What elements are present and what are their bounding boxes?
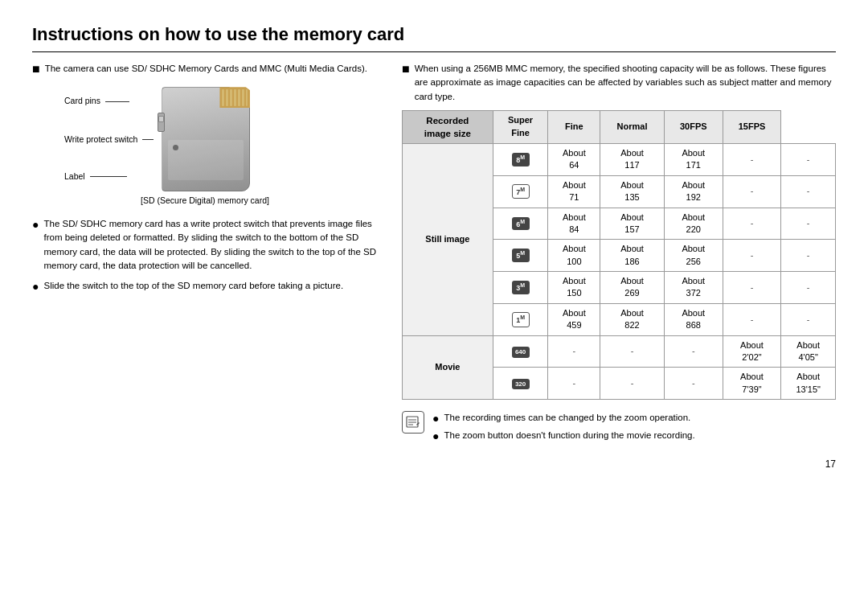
bullet-256mb-text: When using a 256MB MMC memory, the speci… [415,62,836,104]
card-caption: [SD (Secure Digital) memory card] [32,195,378,208]
cell-3m-15fps: - [781,272,836,304]
movie-label: Movie [403,335,493,400]
note-bullet-1: ● [432,411,439,425]
cell-1m-sf: About459 [548,303,600,335]
th-recorded-image-size: Recordedimage size [403,110,493,143]
icon-3m: 3M [493,272,548,304]
cell-320-sf: - [548,368,600,400]
cell-7m-fine: About135 [600,175,665,208]
cell-8m-sf: About64 [548,143,600,175]
table-row: Movie 640 - - - About2'02" About4'05" [403,335,836,368]
bullet-write-protect-text: The SD/ SDHC memory card has a write pro… [43,217,378,273]
cell-5m-normal: About256 [664,240,723,272]
write-protect-switch [158,113,165,132]
bullet-sd-cards: ■ The camera can use SD/ SDHC Memory Car… [32,62,378,76]
cell-6m-normal: About220 [664,208,723,240]
cell-8m-fine: About117 [600,143,665,175]
table-row: Still image 8M About64 About117 About171… [403,143,836,175]
cell-3m-sf: About150 [548,272,600,304]
page-number: 17 [32,458,836,470]
note-item-1: ● The recording times can be changed by … [432,411,695,425]
cell-8m-normal: About171 [664,143,723,175]
card-label-text: Label [64,171,85,183]
icon-6m: 6M [493,208,548,240]
cell-6m-15fps: - [781,208,836,240]
page-title: Instructions on how to use the memory ca… [32,24,836,52]
bullet-256mb: ■ When using a 256MB MMC memory, the spe… [402,62,836,104]
cell-640-30fps: About2'02" [723,335,781,368]
notes-content: ● The recording times can be changed by … [432,411,695,443]
bullet-square-icon-2: ■ [402,63,410,76]
bullet-sd-cards-text: The camera can use SD/ SDHC Memory Cards… [45,62,367,76]
cell-6m-sf: About84 [548,208,600,240]
cell-1m-15fps: - [781,303,836,335]
cell-7m-30fps: - [723,175,781,208]
th-normal: Normal [600,110,665,143]
cell-640-15fps: About4'05" [781,335,836,368]
note-text-2: The zoom button doesn't function during … [444,429,694,442]
cell-640-sf: - [548,335,600,368]
bullet-slide-switch-text: Slide the switch to the top of the SD me… [43,279,343,293]
note-text-1: The recording times can be changed by th… [444,411,690,425]
capacity-table: Recordedimage size SuperFine Fine Normal… [402,110,836,400]
cell-7m-normal: About192 [664,175,723,208]
icon-320: 320 [493,368,548,400]
write-protect-label: Write protect switch [64,134,137,146]
cell-640-fine: - [600,335,665,368]
right-column: ■ When using a 256MB MMC memory, the spe… [402,62,836,444]
cell-3m-30fps: - [723,272,781,304]
pencil-paper-icon [406,416,420,429]
icon-7m: 7M [493,175,548,208]
card-pins-label: Card pins [64,95,100,108]
note-bullet-2: ● [432,429,439,443]
cell-5m-sf: About100 [548,240,600,272]
bullet-write-protect: ● The SD/ SDHC memory card has a write p… [32,217,378,273]
cell-6m-30fps: - [723,208,781,240]
icon-640: 640 [493,335,548,368]
th-fine: Fine [548,110,600,143]
cell-320-normal: - [664,368,723,400]
cell-1m-fine: About822 [600,303,665,335]
cell-7m-sf: About71 [548,175,600,208]
cell-320-fine: - [600,368,665,400]
note-icon [402,411,424,434]
cell-320-30fps: About7'39" [723,368,781,400]
cell-8m-30fps: - [723,143,781,175]
cell-7m-15fps: - [781,175,836,208]
cell-3m-fine: About269 [600,272,665,304]
cell-320-15fps: About13'15" [781,368,836,400]
icon-8m: 8M [493,143,548,175]
bullet-circle-icon-1: ● [32,217,39,232]
cell-1m-normal: About868 [664,303,723,335]
th-30fps: 30FPS [664,110,723,143]
icon-5m: 5M [493,240,548,272]
bullet-slide-switch: ● Slide the switch to the top of the SD … [32,279,378,294]
icon-1m: 1M [493,303,548,335]
notes-box: ● The recording times can be changed by … [402,411,836,443]
cell-640-normal: - [664,335,723,368]
cell-8m-15fps: - [781,143,836,175]
left-column: ■ The camera can use SD/ SDHC Memory Car… [32,62,378,444]
bullet-circle-icon-2: ● [32,279,39,294]
cell-5m-fine: About186 [600,240,665,272]
th-super-fine: SuperFine [493,110,548,143]
cell-5m-15fps: - [781,240,836,272]
cell-6m-fine: About157 [600,208,665,240]
note-item-2: ● The zoom button doesn't function durin… [432,429,695,443]
bullet-square-icon: ■ [32,63,40,76]
still-image-label: Still image [403,143,493,335]
th-15fps: 15FPS [723,110,781,143]
cell-3m-normal: About372 [664,272,723,304]
card-pins-area [219,87,250,108]
card-label-area [168,140,244,180]
cell-1m-30fps: - [723,303,781,335]
cell-5m-30fps: - [723,240,781,272]
